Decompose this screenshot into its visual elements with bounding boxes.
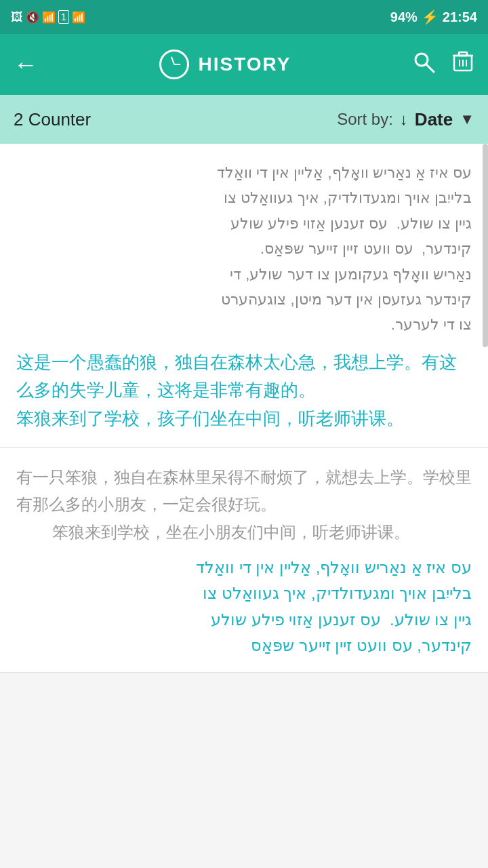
nav-title-group: HISTORY (159, 50, 291, 79)
status-bar: 🖼 🔇 📶 1 📶 94% ⚡ 21:54 (0, 0, 488, 34)
status-right-info: 94% ⚡ 21:54 (390, 9, 477, 25)
scrollbar[interactable] (483, 144, 488, 347)
battery-percent: 94% (390, 9, 418, 25)
page-title: HISTORY (199, 54, 291, 75)
sort-bar: 2 Counter Sort by: ↓ Date ▼ (0, 95, 488, 144)
time-display: 21:54 (443, 9, 477, 25)
sort-group[interactable]: Sort by: ↓ Date ▼ (337, 109, 474, 130)
content-area: עס איז אַ נאַריש וואָלף, אַליין אין די ו… (0, 144, 488, 673)
search-button[interactable] (412, 50, 435, 79)
entry-2-chinese-gray: 有一只笨狼，独自在森林里呆得不耐烦了，就想去上学。学校里有那么多的小朋友，一定会… (16, 464, 472, 547)
entry-card-1: עס איז אַ נאַריש וואָלף, אַליין אין די ו… (0, 144, 488, 448)
nav-bar: ← HISTORY (0, 34, 488, 95)
sort-by-label: Sort by: (337, 110, 393, 129)
entry-1-yiddish: עס איז אַ נאַריש וואָלף, אַליין אין די ו… (16, 160, 472, 338)
svg-line-1 (426, 64, 434, 72)
entry-1-chinese: 这是一个愚蠢的狼，独自在森林太心急，我想上学。有这么多的失学儿童，这将是非常有趣… (16, 349, 472, 433)
delete-button[interactable] (451, 50, 474, 79)
sort-direction-icon[interactable]: ↓ (400, 110, 408, 129)
status-left-icons: 🖼 🔇 📶 1 📶 (11, 10, 85, 24)
entry-2-yiddish-blue: עס איז אַ נאַריש וואָלף, אַליין אין די ו… (16, 555, 472, 659)
clock-icon (159, 50, 189, 79)
counter-label: 2 Counter (14, 109, 91, 130)
sort-value: Date (415, 109, 453, 130)
entry-card-2: 有一只笨狼，独自在森林里呆得不耐烦了，就想去上学。学校里有那么多的小朋友，一定会… (0, 448, 488, 673)
svg-rect-4 (459, 52, 467, 56)
back-button[interactable]: ← (14, 50, 38, 79)
dropdown-icon[interactable]: ▼ (460, 111, 474, 128)
battery-icon: ⚡ (422, 9, 439, 25)
